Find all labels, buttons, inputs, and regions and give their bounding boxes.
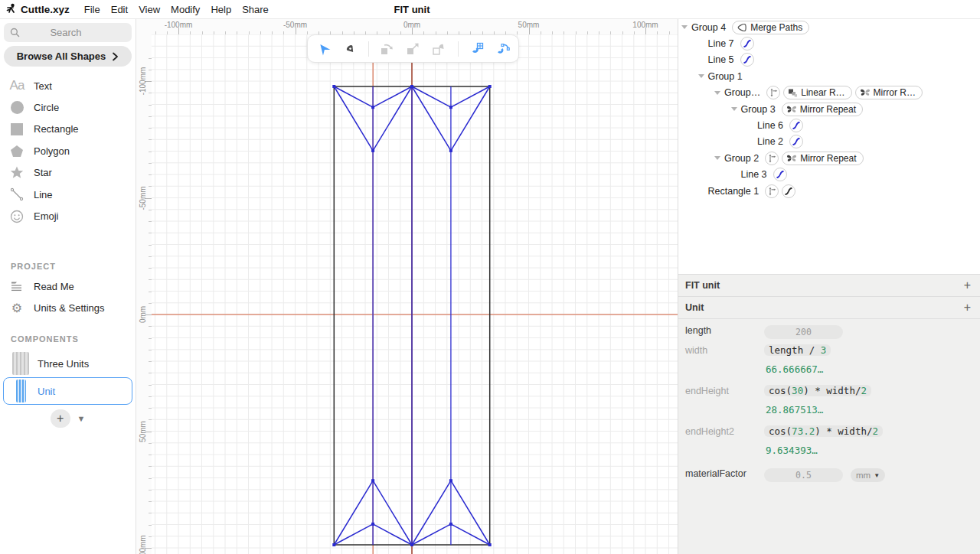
- app-logo[interactable]: Cuttle.xyz: [6, 3, 70, 15]
- badge-label: Mirror R…: [874, 87, 916, 98]
- layer-row-line-6[interactable]: Line 6: [678, 117, 980, 133]
- param-formula-input[interactable]: cos(73.2) * width/2: [764, 425, 883, 437]
- move-arrows-icon: [769, 88, 778, 97]
- layer-row-line-7[interactable]: Line 7: [678, 35, 980, 51]
- ruler-tick: [307, 31, 308, 34]
- param-formula-input[interactable]: cos(30) * width/2: [764, 385, 871, 396]
- layer-row-group-4[interactable]: Group 4Merge Paths: [678, 19, 980, 35]
- layer-name: Line 7: [708, 38, 734, 49]
- chevron-right-icon: [112, 52, 119, 61]
- menu-item-modify[interactable]: Modify: [165, 4, 205, 15]
- mirror-repeat-badge[interactable]: Mirror Repeat: [782, 103, 863, 116]
- search-box[interactable]: [4, 23, 132, 42]
- layer-row-group-3[interactable]: Group 3Mirror Repeat: [678, 101, 980, 117]
- scale-transform-button[interactable]: [403, 39, 423, 59]
- unit-dropdown[interactable]: mm▼: [851, 468, 885, 482]
- browse-all-shapes-label: Browse All Shapes: [17, 51, 106, 62]
- browse-all-shapes-button[interactable]: Browse All Shapes: [4, 46, 132, 67]
- star-icon: [0, 166, 34, 179]
- menu-items: FileEditViewModifyHelpShare: [79, 4, 274, 15]
- ruler-tick: [149, 186, 152, 187]
- shape-tool-text[interactable]: AaText: [0, 75, 136, 96]
- layer-row-line-2[interactable]: Line 2: [678, 134, 980, 150]
- ruler-tick: [149, 116, 152, 117]
- disclosure-caret-icon[interactable]: [698, 74, 708, 78]
- stroke-style-badge[interactable]: [740, 53, 754, 67]
- layer-row-group-[interactable]: Group…Linear R…Mirror R…: [678, 85, 980, 101]
- snap-geometry-button[interactable]: [493, 39, 513, 59]
- add-parameter-button[interactable]: +: [964, 301, 971, 314]
- move-arrows-badge[interactable]: [765, 184, 779, 198]
- project-item-units-settings[interactable]: ⚙Units & Settings: [0, 297, 136, 318]
- param-value-input[interactable]: 0.5: [764, 468, 843, 482]
- shape-tool-star[interactable]: Star: [0, 162, 136, 184]
- ruler-label: 50mm: [518, 21, 540, 29]
- shape-tool-circle[interactable]: Circle: [0, 96, 136, 118]
- disclosure-caret-icon[interactable]: [714, 91, 724, 95]
- ruler-label: 100mm: [139, 535, 147, 554]
- param-formula-input[interactable]: length / 3: [764, 344, 831, 356]
- layer-row-line-5[interactable]: Line 5: [678, 52, 980, 68]
- components-section-label: COMPONENTS: [11, 334, 79, 344]
- drawing-canvas[interactable]: [152, 34, 678, 554]
- stroke-style-badge[interactable]: [740, 37, 754, 51]
- add-parameter-button[interactable]: +: [964, 279, 971, 292]
- layer-name: Group 1: [708, 71, 743, 82]
- add-component-button[interactable]: +: [51, 409, 70, 428]
- disclosure-caret-icon[interactable]: [681, 25, 691, 29]
- menu-item-share[interactable]: Share: [237, 4, 274, 15]
- merge-paths-badge[interactable]: Merge Paths: [732, 21, 809, 34]
- rotate-transform-button[interactable]: [377, 39, 397, 59]
- unit-value: mm: [856, 471, 871, 480]
- ruler-tick: [149, 513, 152, 513]
- stroke-style-badge[interactable]: [789, 135, 803, 148]
- menu-item-view[interactable]: View: [133, 4, 165, 15]
- component-label: Three Units: [38, 358, 89, 370]
- project-item-read-me[interactable]: Read Me: [0, 275, 136, 297]
- component-item-unit[interactable]: Unit: [3, 377, 132, 405]
- menu-item-edit[interactable]: Edit: [106, 4, 133, 15]
- chevron-down-icon[interactable]: ▼: [77, 414, 86, 423]
- disclosure-caret-icon[interactable]: [731, 107, 741, 111]
- menu-item-help[interactable]: Help: [205, 4, 237, 15]
- pen-tool-button[interactable]: [340, 39, 360, 59]
- shape-tool-rectangle[interactable]: Rectangle: [0, 119, 136, 140]
- move-arrows-badge[interactable]: [765, 152, 779, 165]
- layer-row-group-1[interactable]: Group 1: [678, 68, 980, 84]
- stroke-style-badge[interactable]: [782, 184, 795, 198]
- search-input[interactable]: [20, 27, 112, 38]
- layer-row-rectangle-1[interactable]: Rectangle 1: [678, 183, 980, 199]
- select-tool-button[interactable]: [314, 39, 334, 59]
- param-computed-value: 66.666667…: [766, 363, 956, 375]
- snap-grid-button[interactable]: [467, 39, 487, 59]
- stroke-style-badge[interactable]: [789, 119, 803, 132]
- ruler-tick: [149, 478, 152, 479]
- layer-row-group-2[interactable]: Group 2Mirror Repeat: [678, 150, 980, 166]
- param-value-input[interactable]: 200: [764, 325, 843, 339]
- shape-tool-polygon[interactable]: Polygon: [0, 140, 136, 161]
- stroke-style-icon: [792, 137, 801, 146]
- layer-name: Line 5: [708, 54, 734, 65]
- ruler-tick: [155, 31, 156, 34]
- pen-transform-button[interactable]: [430, 39, 449, 59]
- ruler-tick: [610, 31, 611, 34]
- mirror-repeat-badge[interactable]: Mirror Repeat: [782, 152, 863, 165]
- disclosure-caret-icon[interactable]: [714, 156, 724, 160]
- component-item-three-units[interactable]: Three Units: [3, 350, 132, 377]
- param-name: length: [678, 321, 764, 341]
- shape-tool-line[interactable]: Line: [0, 184, 136, 205]
- param-name: width: [678, 342, 764, 359]
- ruler-horizontal: -100mm-50mm0mm50mm100mm: [136, 19, 678, 34]
- menu-item-file[interactable]: File: [79, 4, 106, 15]
- search-icon: [10, 28, 20, 37]
- stroke-style-badge[interactable]: [773, 168, 787, 181]
- shape-tool-emoji[interactable]: Emoji: [0, 205, 136, 226]
- item-label: Star: [34, 167, 52, 178]
- move-arrows-badge[interactable]: [766, 86, 780, 99]
- badge-label: Linear R…: [801, 87, 844, 98]
- layer-name: Line 3: [741, 169, 767, 180]
- ruler-tick: [260, 31, 261, 34]
- mirror-r--badge[interactable]: Mirror R…: [855, 86, 923, 99]
- layer-row-line-3[interactable]: Line 3: [678, 167, 980, 183]
- linear-r--badge[interactable]: Linear R…: [783, 86, 851, 99]
